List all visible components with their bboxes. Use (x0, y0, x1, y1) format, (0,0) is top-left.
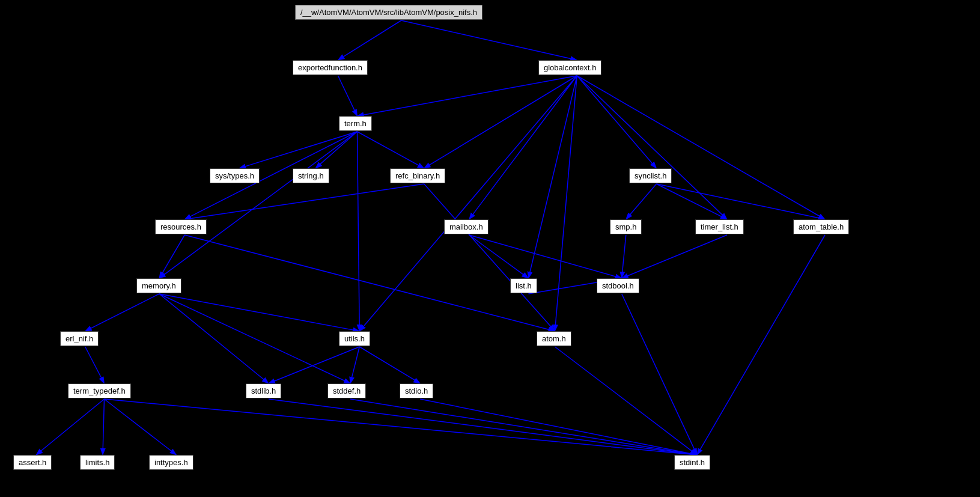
edge-atom-stdint (555, 347, 696, 454)
node-smph: smp.h (610, 219, 642, 234)
edge-stdlib-stdint (269, 399, 696, 455)
edge-utils-stdio (359, 347, 419, 383)
edge-synclist-atomtable (657, 184, 824, 219)
edge-termtypedef-asserth (37, 399, 105, 454)
node-listh: list.h (510, 278, 537, 293)
node-string: string.h (293, 168, 329, 183)
node-erlnif: erl_nif.h (60, 331, 99, 346)
node-stdint: stdint.h (674, 455, 710, 470)
edge-refcbinary-resources (186, 184, 424, 219)
edge-stdbool-stdint (622, 294, 696, 454)
node-systypes: sys/types.h (210, 168, 260, 183)
node-term: term.h (339, 116, 372, 131)
edge-erlnif-termtypedef (85, 347, 104, 382)
edge-globalcontext-atom (555, 76, 577, 330)
node-stdbool: stdbool.h (597, 278, 639, 293)
node-atom: atom.h (537, 331, 571, 346)
edge-memory-utils (159, 294, 358, 331)
node-resources: resources.h (155, 219, 207, 234)
node-globalcontext: globalcontext.h (538, 60, 601, 75)
node-synclist: synclist.h (629, 168, 672, 183)
node-exportedfunction: exportedfunction.h (293, 60, 368, 75)
edge-resources-memory (160, 235, 184, 277)
graph-svg (0, 0, 980, 497)
node-stdlib: stdlib.h (246, 383, 281, 398)
node-timerlist: timer_list.h (695, 219, 744, 234)
node-asserth: assert.h (13, 455, 52, 470)
node-atomtable: atom_table.h (793, 219, 849, 234)
node-inttypes: inttypes.h (149, 455, 193, 470)
edge-utils-stddef (350, 347, 359, 382)
edge-term-refcbinary (358, 132, 423, 168)
node-limitsh: limits.h (80, 455, 115, 470)
edge-term-systypes (240, 132, 357, 168)
node-memory: memory.h (136, 278, 181, 293)
edge-smph-stdbool (622, 235, 626, 277)
node-mailbox: mailbox.h (444, 219, 488, 234)
edge-mailbox-stdbool (469, 235, 621, 278)
edge-term-memory (160, 132, 358, 278)
edge-globalcontext-atomtable (577, 76, 824, 219)
edge-root-exportedfunction (339, 20, 401, 59)
node-termtypedef: term_typedef.h (68, 383, 131, 398)
edge-memory-erlnif (87, 294, 159, 331)
edge-termtypedef-inttypes (105, 399, 175, 454)
node-utils: utils.h (339, 331, 370, 346)
node-root: /__w/AtomVM/AtomVM/src/libAtomVM/posix_n… (295, 5, 482, 20)
edge-timerlist-stdbool (623, 235, 727, 278)
edge-synclist-timerlist (657, 184, 726, 219)
edge-mailbox-listh (469, 235, 528, 278)
edge-memory-stddef (159, 294, 349, 383)
edge-globalcontext-listh (529, 76, 577, 277)
edge-globalcontext-utils (361, 76, 577, 330)
node-stdio: stdio.h (400, 383, 433, 398)
edge-exportedfunction-term (338, 76, 357, 115)
edge-stdio-stdint (420, 399, 696, 455)
edge-globalcontext-mailbox (470, 76, 577, 218)
edge-resources-atom (184, 235, 553, 331)
edge-memory-stdlib (159, 294, 267, 383)
node-stddef: stddef.h (327, 383, 366, 398)
edge-atomtable-stdint (698, 235, 825, 454)
edge-refcbinary-atom (424, 184, 554, 331)
node-refcbinary: refc_binary.h (390, 168, 445, 183)
graph-container: /__w/AtomVM/AtomVM/src/libAtomVM/posix_n… (0, 0, 980, 497)
edge-termtypedef-limitsh (103, 399, 104, 454)
edge-term-utils (358, 132, 360, 330)
edge-root-globalcontext (401, 20, 576, 60)
edge-synclist-smph (627, 184, 656, 218)
edge-globalcontext-synclist (577, 76, 656, 167)
edge-globalcontext-timerlist (577, 76, 726, 219)
